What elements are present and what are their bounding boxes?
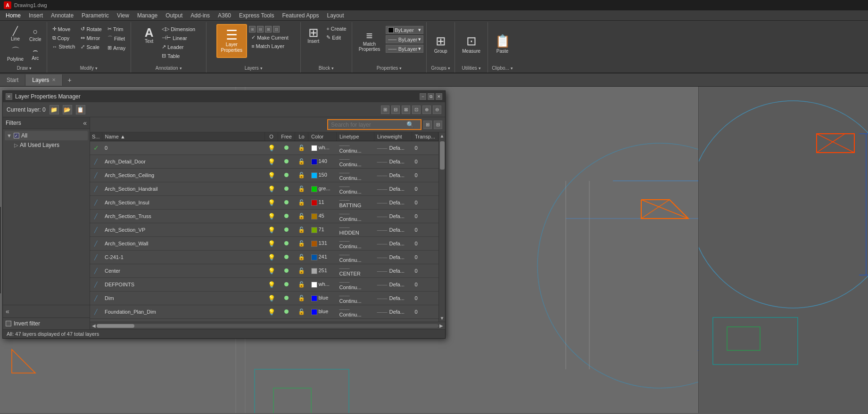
cell-on[interactable]: 💡 (265, 182, 278, 196)
filter-item-all[interactable]: ▼ ✓ All (5, 131, 88, 140)
cell-linetype[interactable]: ——Continu... (337, 292, 374, 305)
cell-color[interactable]: wh... (308, 278, 337, 292)
menu-output[interactable]: Output (162, 11, 186, 20)
col-o-header[interactable]: O (265, 132, 278, 141)
cell-free[interactable] (278, 210, 295, 223)
hscroll-left-arrow[interactable]: ◀ (92, 323, 96, 328)
cell-name[interactable]: Center (102, 264, 265, 278)
rotate-btn[interactable]: ↺Rotate (78, 25, 104, 33)
cell-lineweight[interactable]: ——Defa... (374, 278, 412, 292)
cell-transp[interactable]: 0 (412, 251, 438, 264)
menu-featured-apps[interactable]: Featured Apps (279, 11, 323, 20)
cell-lineweight[interactable]: ——Defa... (374, 141, 412, 155)
cell-name[interactable]: Dim (102, 292, 265, 305)
array-btn[interactable]: ⊞Array (105, 44, 128, 52)
cell-lineweight[interactable]: ——Defa... (374, 251, 412, 264)
cell-lineweight[interactable]: ——Defa... (374, 196, 412, 210)
new-layer-btn[interactable]: 📁 (50, 105, 59, 114)
cell-color[interactable]: 241 (308, 251, 337, 264)
cell-on[interactable]: 💡 (265, 305, 278, 319)
cell-linetype[interactable]: ——Continu... (337, 210, 374, 223)
cell-free[interactable] (278, 305, 295, 319)
layer-properties-btn[interactable]: ☰ LayerProperties (216, 24, 248, 58)
col-name-header[interactable]: Name ▲ (102, 132, 265, 141)
cell-transp[interactable]: 0 (412, 223, 438, 237)
trim-btn[interactable]: ✂Trim (105, 25, 128, 33)
cell-lineweight[interactable]: ——Defa... (374, 292, 412, 305)
color-dropdown[interactable]: ByLayer▾ (386, 26, 423, 34)
toolbar-icon-5[interactable]: ⊕ (422, 106, 431, 114)
menu-manage[interactable]: Manage (133, 11, 161, 20)
col-linetype-header[interactable]: Linetype (337, 132, 374, 141)
cell-locked[interactable]: 🔓 (295, 155, 308, 169)
filter-item-used[interactable]: ▷ All Used Layers (5, 140, 88, 150)
cell-color[interactable]: 71 (308, 223, 337, 237)
line-button[interactable]: ╱ Line ⌒ Polyline ○ Circle ⌢ Arc (5, 24, 44, 63)
table-row[interactable]: ╱ Arch_Section_Insul 💡 🔓 11 ——BATTING ——… (90, 196, 438, 210)
cell-name[interactable]: Arch_Section_VP (102, 223, 265, 237)
cell-free[interactable] (278, 278, 295, 292)
cell-color[interactable]: 150 (308, 169, 337, 182)
cell-linetype[interactable]: ——Continu... (337, 237, 374, 251)
match-properties-btn[interactable]: ≡ MatchProperties (355, 24, 384, 58)
table-row[interactable]: ╱ Arch_Section_Handrail 💡 🔓 gre... ——Con… (90, 182, 438, 196)
cell-on[interactable]: 💡 (265, 223, 278, 237)
cell-locked[interactable]: 🔓 (295, 305, 308, 319)
scroll-thumb[interactable] (440, 141, 445, 170)
table-row[interactable]: ╱ Arch_Section_Ceiling 💡 🔓 150 ——Continu… (90, 169, 438, 182)
cell-linetype[interactable]: ——Continu... (337, 305, 374, 319)
col-lineweight-header[interactable]: Lineweight (374, 132, 412, 141)
cell-free[interactable] (278, 264, 295, 278)
cell-free[interactable] (278, 223, 295, 237)
hscroll[interactable]: ◀ ▶ (90, 322, 445, 329)
table-row[interactable]: ✓ 0 💡 🔓 wh... ——Continu... ——Defa... 0 (90, 141, 438, 155)
cell-color[interactable]: gre... (308, 182, 337, 196)
cell-name[interactable]: Arch_Section_Truss (102, 210, 265, 223)
cell-transp[interactable]: 0 (412, 169, 438, 182)
set-current-btn[interactable]: 📋 (76, 105, 85, 114)
tab-layers[interactable]: Layers ✕ (25, 74, 63, 86)
cell-color[interactable]: 251 (308, 264, 337, 278)
col-transp-header[interactable]: Transp... (412, 132, 438, 141)
cell-on[interactable]: 💡 (265, 278, 278, 292)
table-btn[interactable]: ⊟Table (159, 52, 198, 60)
arc-btn[interactable]: ⌢ Arc (27, 44, 44, 62)
cell-locked[interactable]: 🔓 (295, 196, 308, 210)
cell-name[interactable]: Arch_Section_Insul (102, 196, 265, 210)
cell-name[interactable]: Foundation_Plan_Dim (102, 305, 265, 319)
cell-lineweight[interactable]: ——Defa... (374, 264, 412, 278)
filter-collapse-btn[interactable]: « (83, 119, 87, 127)
cell-on[interactable]: 💡 (265, 141, 278, 155)
cell-free[interactable] (278, 155, 295, 169)
table-row[interactable]: ╱ DEFPOINTS 💡 🔓 wh... ——Continu... ——Def… (90, 278, 438, 292)
copy-btn[interactable]: ⧉Copy (50, 34, 78, 42)
hscroll-track[interactable] (97, 324, 438, 328)
match-layer-btn[interactable]: ≡Match Layer (249, 42, 291, 50)
cell-linetype[interactable]: ——Continu... (337, 169, 374, 182)
cell-lineweight[interactable]: ——Defa... (374, 210, 412, 223)
cell-on[interactable]: 💡 (265, 292, 278, 305)
polyline-btn[interactable]: ⌒ Polyline (5, 44, 26, 63)
cell-name[interactable]: 0 (102, 141, 265, 155)
cell-free[interactable] (278, 182, 295, 196)
cell-name[interactable]: C-241-1 (102, 251, 265, 264)
toolbar-icon-4[interactable]: ⊡ (412, 106, 421, 114)
cell-linetype[interactable]: ——BATTING (337, 196, 374, 210)
tab-close-icon[interactable]: ✕ (52, 77, 56, 82)
col-color-header[interactable]: Color (308, 132, 337, 141)
cell-locked[interactable]: 🔓 (295, 169, 308, 182)
search-input[interactable] (331, 122, 406, 128)
cell-locked[interactable]: 🔓 (295, 141, 308, 155)
table-row[interactable]: ╱ Arch_Section_Wall 💡 🔓 131 ——Continu...… (90, 237, 438, 251)
cell-color[interactable]: 140 (308, 155, 337, 169)
cell-lineweight[interactable]: ——Defa... (374, 305, 412, 319)
close-dialog-btn[interactable]: ✕ (6, 93, 12, 100)
linear-btn[interactable]: ⊣⊢Linear (159, 34, 198, 42)
cell-locked[interactable]: 🔓 (295, 237, 308, 251)
menu-a360[interactable]: A360 (214, 11, 235, 20)
leader-btn[interactable]: ↗Leader (159, 43, 198, 51)
tab-add[interactable]: + (63, 74, 76, 86)
scroll-down-arrow[interactable]: ▼ (439, 315, 445, 322)
cell-lineweight[interactable]: ——Defa... (374, 155, 412, 169)
table-row[interactable]: ╱ Center 💡 🔓 251 ——CENTER ——Defa... 0 (90, 264, 438, 278)
